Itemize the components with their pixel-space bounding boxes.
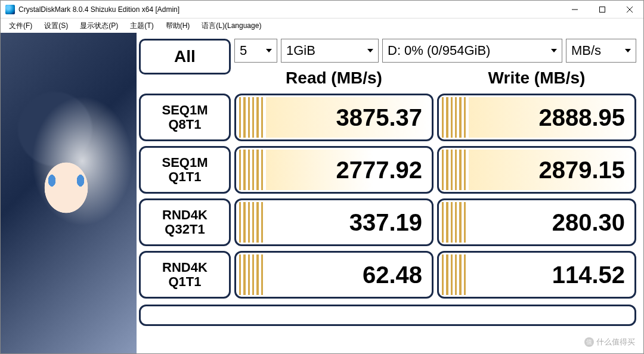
test-label-line2: Q8T1 <box>168 117 201 132</box>
write-cell-1: 2879.15 <box>437 146 636 194</box>
drive-value: D: 0% (0/954GiB) <box>388 43 490 58</box>
menu-file[interactable]: 文件(F) <box>4 20 37 32</box>
test-label-line2: Q1T1 <box>168 275 201 289</box>
bar-stripes <box>441 254 467 295</box>
test-label-line1: RND4K <box>162 260 208 275</box>
read-value-0: 3875.37 <box>336 104 422 131</box>
menu-help[interactable]: 帮助(H) <box>161 20 195 32</box>
watermark-text: 什么值得买 <box>596 337 635 347</box>
test-label-line1: SEQ1M <box>162 156 208 170</box>
chevron-down-icon <box>551 49 557 52</box>
test-label-line2: Q32T1 <box>165 222 205 237</box>
testsize-select[interactable]: 1GiB <box>281 39 379 63</box>
dropdown-row: 5 1GiB D: 0% (0/954GiB) MB/s <box>234 39 636 63</box>
bench-row-3: RND4K Q1T1 62.48 114.52 <box>139 251 636 299</box>
window-controls <box>561 1 643 18</box>
read-value-2: 337.19 <box>349 209 422 236</box>
app-icon <box>5 5 15 14</box>
bar-stripes <box>238 150 264 190</box>
maximize-button[interactable] <box>589 1 616 18</box>
menu-display[interactable]: 显示状态(P) <box>75 20 123 32</box>
watermark: 值 什么值得买 <box>584 337 635 347</box>
drive-select[interactable]: D: 0% (0/954GiB) <box>382 39 562 63</box>
bar-stripes <box>441 202 467 243</box>
test-button-rnd4k-q32t1[interactable]: RND4K Q32T1 <box>139 198 231 246</box>
read-cell-1: 2777.92 <box>234 146 434 194</box>
main-panel: All 5 1GiB D: 0% (0/954GiB) <box>137 33 643 353</box>
content-area: All 5 1GiB D: 0% (0/954GiB) <box>1 33 643 353</box>
bar-stripes <box>238 202 264 243</box>
bench-row-1: SEQ1M Q1T1 2777.92 2879.15 <box>139 146 636 194</box>
chevron-down-icon <box>266 49 272 52</box>
watermark-icon: 值 <box>584 337 594 347</box>
maximize-icon <box>599 7 605 13</box>
theme-artwork <box>1 33 137 353</box>
menu-settings[interactable]: 设置(S) <box>39 20 73 32</box>
bench-row-0: SEQ1M Q8T1 3875.37 2888.95 <box>139 94 636 141</box>
unit-select[interactable]: MB/s <box>566 39 636 63</box>
svg-rect-1 <box>600 7 605 12</box>
read-value-1: 2777.92 <box>336 157 422 184</box>
write-value-1: 2879.15 <box>538 157 625 184</box>
write-value-3: 114.52 <box>552 262 625 288</box>
runs-select[interactable]: 5 <box>234 39 277 63</box>
menu-theme[interactable]: 主题(T) <box>125 20 158 32</box>
bar-stripes <box>441 97 467 138</box>
read-header: Read (MB/s) <box>234 69 434 88</box>
read-cell-2: 337.19 <box>234 198 434 246</box>
test-button-rnd4k-q1t1[interactable]: RND4K Q1T1 <box>139 251 231 299</box>
write-value-0: 2888.95 <box>538 104 625 131</box>
chevron-down-icon <box>367 49 373 52</box>
write-header: Write (MB/s) <box>437 69 636 88</box>
read-cell-3: 62.48 <box>234 251 434 299</box>
write-value-2: 280.30 <box>552 209 625 236</box>
unit-value: MB/s <box>571 43 601 58</box>
titlebar: CrystalDiskMark 8.0.4 Shizuku Edition x6… <box>1 1 643 18</box>
bar-stripes <box>441 150 467 190</box>
minimize-button[interactable] <box>561 1 589 18</box>
menu-language[interactable]: 语言(L)(Language) <box>197 20 266 32</box>
minimize-icon <box>572 7 578 13</box>
bench-row-2: RND4K Q32T1 337.19 280.30 <box>139 198 636 246</box>
test-button-seq1m-q1t1[interactable]: SEQ1M Q1T1 <box>139 146 231 194</box>
write-cell-3: 114.52 <box>437 251 636 299</box>
test-label-line1: RND4K <box>162 208 208 222</box>
menubar: 文件(F) 设置(S) 显示状态(P) 主题(T) 帮助(H) 语言(L)(La… <box>1 18 643 33</box>
bar-stripes <box>238 254 264 295</box>
close-button[interactable] <box>616 1 643 18</box>
close-icon <box>627 7 633 13</box>
column-headers: Read (MB/s) Write (MB/s) <box>139 67 636 89</box>
chevron-down-icon <box>625 49 631 52</box>
bar-stripes <box>238 97 264 138</box>
testsize-value: 1GiB <box>286 43 315 58</box>
write-cell-2: 280.30 <box>437 198 636 246</box>
runs-value: 5 <box>240 43 247 58</box>
read-value-3: 62.48 <box>363 262 422 288</box>
app-window: CrystalDiskMark 8.0.4 Shizuku Edition x6… <box>0 0 644 354</box>
status-bar <box>139 305 636 326</box>
window-title: CrystalDiskMark 8.0.4 Shizuku Edition x6… <box>18 5 561 14</box>
read-cell-0: 3875.37 <box>234 94 434 141</box>
test-label-line2: Q1T1 <box>168 170 201 184</box>
test-button-seq1m-q8t1[interactable]: SEQ1M Q8T1 <box>139 94 231 141</box>
test-label-line1: SEQ1M <box>162 103 208 117</box>
write-cell-0: 2888.95 <box>437 94 636 141</box>
